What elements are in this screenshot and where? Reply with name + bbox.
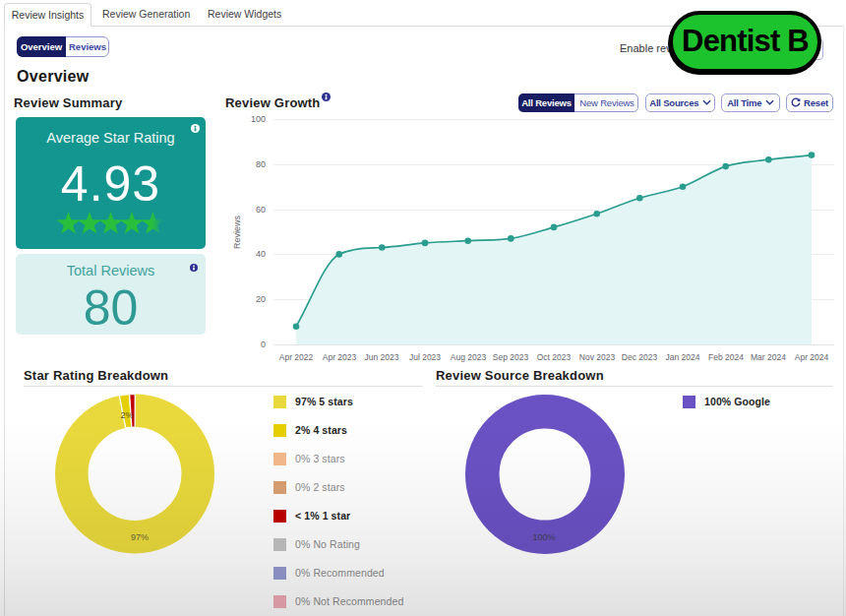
svg-text:2%: 2% [120,410,133,420]
svg-text:100%: 100% [532,532,555,542]
svg-text:97%: 97% [131,532,149,542]
